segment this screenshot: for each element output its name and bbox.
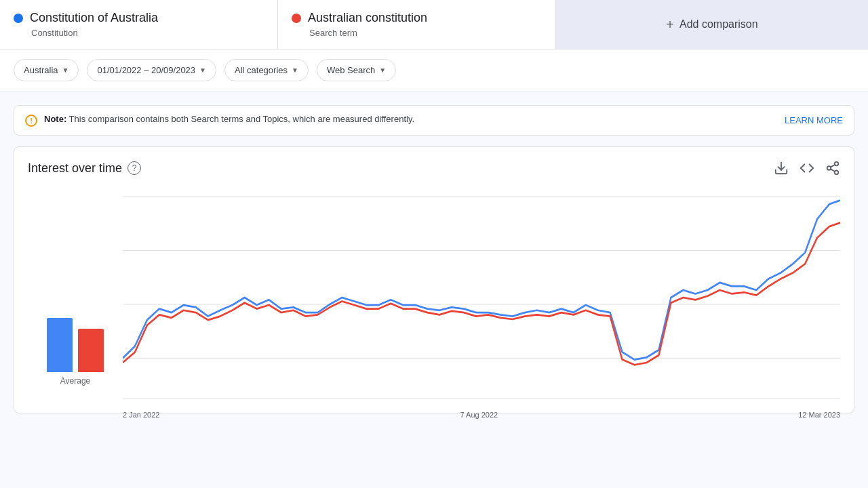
search-type-chevron-icon: ▼ — [379, 66, 386, 74]
share-icon[interactable] — [825, 161, 840, 176]
red-line — [123, 223, 840, 365]
note-body: This comparison contains both Search ter… — [69, 114, 414, 124]
note-text: Note: This comparison contains both Sear… — [44, 114, 414, 124]
category-label: All categories — [235, 65, 288, 75]
help-icon[interactable]: ? — [127, 161, 141, 175]
chart-right: 100 75 50 25 2 Jan 2022 7 Aug 2022 12 Ma… — [123, 189, 840, 406]
date-chevron-icon: ▼ — [199, 66, 206, 74]
chart-left-avg: Average — [28, 318, 123, 406]
note-label: Note: — [44, 114, 66, 124]
card2-subtitle: Search term — [292, 28, 542, 38]
add-comparison-button[interactable]: + Add comparison — [556, 0, 868, 49]
avg-bar-blue — [47, 318, 73, 372]
country-label: Australia — [24, 65, 58, 75]
note-content: ! Note: This comparison contains both Se… — [25, 114, 414, 127]
code-icon[interactable] — [800, 161, 814, 176]
add-comparison-label: Add comparison — [679, 18, 758, 30]
avg-label: Average — [60, 376, 90, 386]
top-bar: Constitution of Australia Constitution A… — [0, 0, 868, 49]
note-bar: ! Note: This comparison contains both Se… — [14, 105, 854, 136]
svg-line-4 — [831, 169, 835, 171]
category-filter[interactable]: All categories ▼ — [224, 59, 309, 81]
chart-container: Average 100 75 50 25 — [28, 189, 840, 406]
card2-dot — [292, 14, 301, 23]
plus-icon: + — [666, 17, 674, 33]
card1-dot — [14, 14, 23, 23]
chart-title: Interest over time — [28, 161, 122, 176]
x-label-mar2023: 12 Mar 2023 — [798, 411, 840, 419]
comparison-card-2: Australian constitution Search term — [278, 0, 556, 49]
svg-line-5 — [831, 165, 835, 167]
country-filter[interactable]: Australia ▼ — [14, 59, 79, 81]
blue-line — [123, 201, 840, 360]
date-range-label: 01/01/2022 – 20/09/2023 — [97, 65, 195, 75]
x-label-aug2022: 7 Aug 2022 — [460, 411, 498, 419]
filter-bar: Australia ▼ 01/01/2022 – 20/09/2023 ▼ Al… — [0, 49, 868, 92]
card1-title-row: Constitution of Australia — [14, 11, 264, 25]
chart-actions — [774, 161, 840, 176]
country-chevron-icon: ▼ — [62, 66, 69, 74]
card2-title-row: Australian constitution — [292, 11, 542, 25]
card2-title: Australian constitution — [308, 11, 427, 25]
comparison-card-1: Constitution of Australia Constitution — [0, 0, 278, 49]
search-type-label: Web Search — [327, 65, 375, 75]
card1-subtitle: Constitution — [14, 28, 264, 38]
search-type-filter[interactable]: Web Search ▼ — [317, 59, 396, 81]
chart-title-row: Interest over time ? — [28, 161, 141, 176]
download-icon[interactable] — [774, 161, 789, 176]
date-range-filter[interactable]: 01/01/2022 – 20/09/2023 ▼ — [87, 59, 216, 81]
category-chevron-icon: ▼ — [292, 66, 298, 74]
x-labels: 2 Jan 2022 7 Aug 2022 12 Mar 2023 — [123, 408, 840, 419]
x-label-jan2022: 2 Jan 2022 — [123, 411, 159, 419]
avg-bars — [47, 318, 104, 372]
chart-header: Interest over time ? — [28, 161, 840, 176]
chart-section: Interest over time ? — [14, 146, 854, 413]
learn-more-link[interactable]: LEARN MORE — [785, 115, 843, 125]
line-chart-svg: 100 75 50 25 — [123, 189, 840, 406]
card1-title: Constitution of Australia — [30, 11, 158, 25]
info-icon: ! — [25, 115, 37, 127]
avg-bar-red — [78, 329, 104, 372]
